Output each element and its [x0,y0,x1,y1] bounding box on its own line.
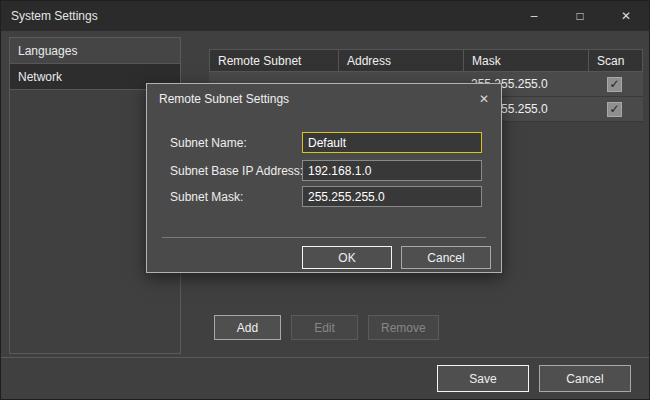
subnet-mask-input[interactable] [302,186,482,207]
scan-checkbox[interactable]: ✓ [607,77,622,92]
dialog-buttons: OK Cancel [302,246,491,269]
maximize-button[interactable]: □ [557,1,603,31]
cell-scan: ✓ [588,72,641,96]
subnet-mask-row: Subnet Mask: [170,186,480,207]
table-action-buttons: Add Edit Remove [214,315,439,340]
close-icon: ✕ [621,9,631,23]
system-settings-window: System Settings – □ ✕ Languages Network … [0,0,650,400]
subnet-base-ip-row: Subnet Base IP Address: [170,160,480,181]
maximize-icon: □ [576,9,583,23]
window-title: System Settings [1,9,98,23]
column-header-scan[interactable]: Scan [589,50,642,71]
dialog-close-button[interactable]: ✕ [467,84,501,114]
scan-checkbox[interactable]: ✓ [607,102,622,117]
save-button[interactable]: Save [437,365,529,392]
check-icon: ✓ [609,103,619,116]
subnet-name-row: Subnet Name: [170,132,480,153]
remove-button[interactable]: Remove [368,315,439,340]
subnet-name-input[interactable] [302,132,482,153]
sidebar-item-languages[interactable]: Languages [10,38,180,64]
minimize-button[interactable]: – [511,1,557,31]
cell-scan: ✓ [588,97,641,121]
close-button[interactable]: ✕ [603,1,649,31]
titlebar: System Settings – □ ✕ [1,1,649,31]
remote-subnet-settings-dialog: Remote Subnet Settings ✕ Subnet Name: Su… [146,83,502,273]
footer-buttons: Save Cancel [437,365,631,392]
subnet-name-label: Subnet Name: [170,136,247,150]
column-header-remote-subnet[interactable]: Remote Subnet [210,50,339,71]
subnet-base-ip-input[interactable] [302,160,482,181]
close-icon: ✕ [479,92,489,106]
subnet-base-ip-label: Subnet Base IP Address: [170,164,303,178]
window-controls: – □ ✕ [511,1,649,31]
dialog-title: Remote Subnet Settings [147,92,289,106]
sidebar-item-label: Network [18,70,62,84]
edit-button[interactable]: Edit [291,315,358,340]
ok-button[interactable]: OK [302,246,392,269]
dialog-separator [162,237,486,238]
dialog-cancel-button[interactable]: Cancel [401,246,491,269]
minimize-icon: – [531,9,538,23]
column-header-address[interactable]: Address [339,50,464,71]
subnet-mask-label: Subnet Mask: [170,190,243,204]
footer-separator [1,357,649,358]
add-button[interactable]: Add [214,315,281,340]
table-header-row: Remote Subnet Address Mask Scan [209,49,643,72]
sidebar-item-label: Languages [18,44,77,58]
footer-cancel-button[interactable]: Cancel [539,365,631,392]
column-header-mask[interactable]: Mask [464,50,589,71]
check-icon: ✓ [609,78,619,91]
dialog-titlebar: Remote Subnet Settings ✕ [147,84,501,114]
